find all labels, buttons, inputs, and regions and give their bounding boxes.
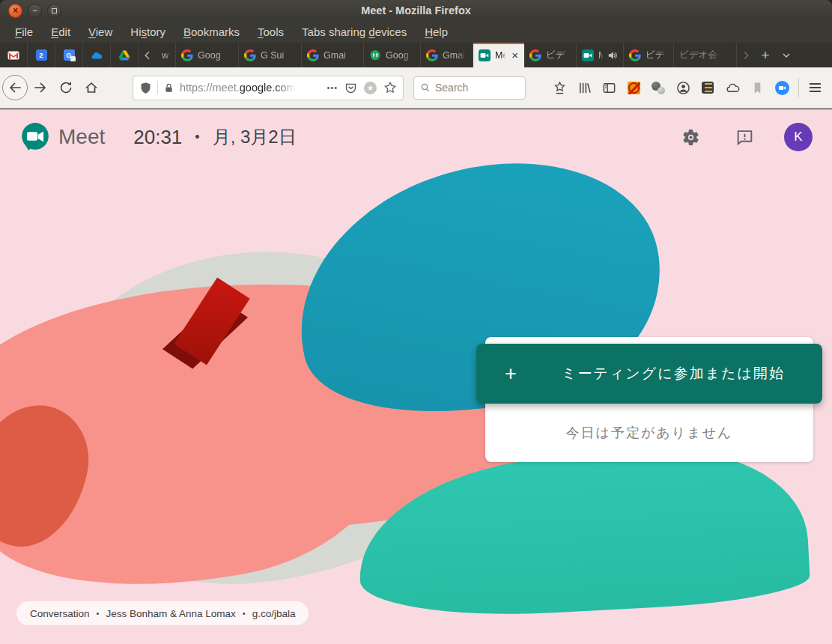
reload-button[interactable]	[53, 75, 79, 100]
tab-1[interactable]: Goog	[176, 43, 239, 67]
forward-button[interactable]	[28, 75, 53, 100]
google-favicon	[426, 49, 438, 61]
home-icon	[84, 80, 99, 95]
reload-icon	[58, 80, 73, 95]
tab-meet-active[interactable]: Me×	[473, 43, 524, 67]
scroll-tabs-left-button[interactable]	[139, 43, 157, 67]
cloud-drive-icon	[91, 49, 103, 61]
gmail-icon	[7, 49, 19, 61]
gear-icon	[681, 128, 700, 147]
google-favicon	[307, 49, 319, 61]
translate-icon: G	[64, 49, 75, 61]
account-icon[interactable]	[675, 80, 690, 95]
bullet: •	[243, 609, 246, 618]
page-actions-icon[interactable]: •••	[327, 83, 338, 92]
camera-icon	[777, 83, 787, 93]
tab-close-icon[interactable]: ×	[511, 49, 519, 61]
current-time: 20:31	[133, 126, 182, 149]
menubar: File Edit View History Bookmarks Tools T…	[0, 21, 832, 43]
pinned-tab-translate[interactable]: G	[55, 43, 83, 67]
tab-bar: 2 G w Goog G Sui Gmai Goog Gmai Me× ビデ M…	[0, 43, 832, 67]
lock-icon[interactable]	[163, 82, 174, 94]
cloud-extension-icon[interactable]	[725, 80, 740, 95]
hamburger-menu-button[interactable]	[802, 75, 828, 100]
tab-4[interactable]: Goog	[364, 43, 421, 67]
meet-header: Meet 20:31 • 月, 3月2日 K	[0, 109, 832, 165]
tab-2[interactable]: G Sui	[239, 43, 302, 67]
menu-history[interactable]: History	[121, 21, 174, 43]
google-favicon	[529, 49, 541, 61]
back-arrow-icon	[7, 80, 22, 95]
sidebar-icon[interactable]	[601, 80, 616, 95]
forward-arrow-icon	[33, 80, 48, 95]
feedback-icon	[735, 128, 754, 147]
divider	[157, 81, 158, 94]
chevron-down-icon	[780, 49, 792, 61]
settings-button[interactable]	[676, 123, 705, 151]
menu-view[interactable]: View	[79, 21, 121, 43]
chevron-right-icon	[740, 49, 752, 61]
tab-7[interactable]: ビデ	[524, 43, 577, 67]
menu-help[interactable]: Help	[416, 21, 457, 43]
server-stack-extension-icon[interactable]	[700, 80, 715, 95]
join-button-label: ミーティングに参加または開始	[545, 364, 801, 383]
artwork-credit-chip: Conversation • Jess Bonham & Anna Lomax …	[16, 601, 309, 625]
divider	[798, 78, 799, 97]
calendar-icon: 2	[36, 49, 47, 61]
feedback-button[interactable]	[730, 123, 759, 151]
pinned-tab-cloud[interactable]	[83, 43, 111, 67]
bookmark-flag-icon[interactable]	[750, 80, 765, 95]
meet-favicon	[582, 49, 594, 61]
window-titlebar: × − Meet - Mozilla Firefox	[0, 0, 832, 21]
meet-brand: Meet	[58, 125, 105, 149]
menu-tools[interactable]: Tools	[249, 21, 293, 43]
toolbar-extensions	[552, 80, 789, 95]
tab-9[interactable]: ビデ	[624, 43, 674, 67]
empty-schedule-text: 今日は予定がありません	[485, 404, 813, 462]
url-text[interactable]: https://meet.google.com	[180, 82, 296, 94]
url-bar[interactable]: https://meet.google.com ••• ★	[133, 76, 404, 100]
list-all-tabs-button[interactable]	[776, 43, 797, 67]
tab-5[interactable]: Gmai	[421, 43, 473, 67]
tab-8-audio[interactable]: Me	[577, 43, 624, 67]
avatar[interactable]: K	[784, 123, 813, 151]
pinned-tab-calendar[interactable]: 2	[28, 43, 55, 67]
menu-file[interactable]: File	[6, 21, 42, 43]
plus-icon: +	[476, 362, 545, 386]
search-icon	[420, 82, 431, 93]
google-favicon	[244, 49, 256, 61]
adblock-extension-icon[interactable]	[626, 80, 641, 95]
search-input[interactable]	[435, 82, 510, 94]
pinned-tab-drive[interactable]	[111, 43, 139, 67]
google-favicon	[181, 49, 193, 61]
new-tab-button[interactable]: +	[755, 43, 776, 67]
search-bar[interactable]	[413, 76, 526, 100]
tab-audio-speaker-icon[interactable]	[607, 50, 618, 61]
tab-0[interactable]: w	[157, 43, 176, 67]
bookmarks-star-badge-icon[interactable]	[552, 80, 567, 95]
library-icon[interactable]	[577, 80, 592, 95]
bullet: •	[97, 609, 100, 618]
menu-bookmarks[interactable]: Bookmarks	[174, 21, 249, 43]
tracking-protection-shield-icon[interactable]	[139, 82, 152, 94]
dot-separator: •	[195, 130, 199, 145]
video-call-extension-icon[interactable]	[774, 80, 789, 95]
menu-tabs-sharing-devices[interactable]: Tabs sharing devices	[293, 21, 416, 43]
pinned-tab-gmail[interactable]	[0, 43, 28, 67]
home-button[interactable]	[79, 75, 104, 100]
spheres-extension-icon[interactable]	[651, 80, 666, 95]
current-date: 月, 3月2日	[213, 125, 297, 149]
meet-logo-icon	[19, 121, 51, 153]
circled-star-icon[interactable]: ★	[364, 82, 377, 94]
tab-10[interactable]: ビデオ会	[674, 43, 737, 67]
join-or-start-meeting-button[interactable]: + ミーティングに参加または開始	[476, 344, 822, 404]
meet-favicon	[479, 49, 491, 61]
window-title: Meet - Mozilla Firefox	[0, 4, 832, 16]
back-button[interactable]	[2, 75, 28, 100]
navigation-toolbar: https://meet.google.com ••• ★	[0, 67, 832, 109]
bookmark-star-icon[interactable]	[383, 81, 397, 94]
scroll-tabs-right-button[interactable]	[737, 43, 755, 67]
menu-edit[interactable]: Edit	[42, 21, 79, 43]
tab-3[interactable]: Gmai	[302, 43, 364, 67]
pocket-icon[interactable]	[344, 82, 357, 94]
